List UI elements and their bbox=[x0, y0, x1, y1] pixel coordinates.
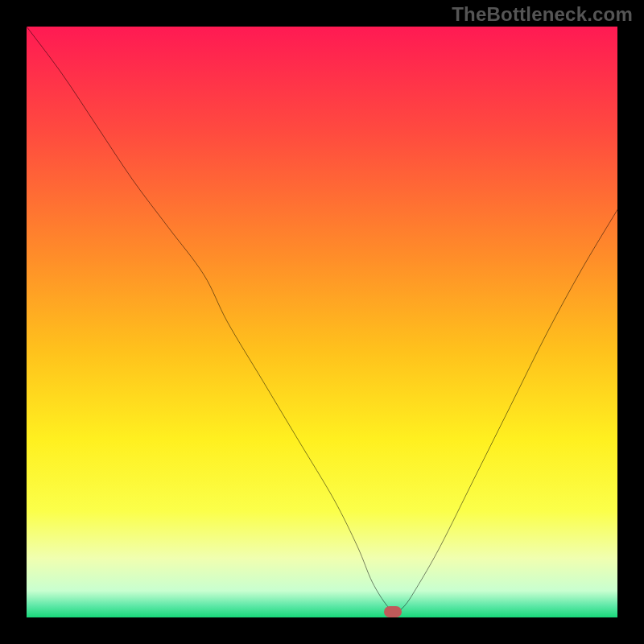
watermark-text: TheBottleneck.com bbox=[452, 3, 633, 26]
plot-area bbox=[27, 27, 617, 617]
bottleneck-curve bbox=[27, 27, 617, 617]
chart-frame: TheBottleneck.com bbox=[0, 0, 644, 644]
optimum-marker bbox=[384, 606, 402, 617]
